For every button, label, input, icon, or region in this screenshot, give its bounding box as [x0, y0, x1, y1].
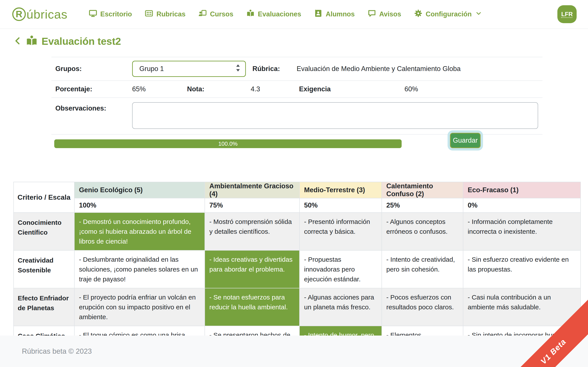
column-header: Eco-Fracaso (1) [463, 182, 580, 198]
nav-item-evaluaciones[interactable]: Evaluaciones [246, 9, 301, 19]
nav-label: Rubricas [156, 10, 185, 18]
copyright-text: Rúbricas beta © 2023 [22, 347, 92, 355]
rubric-cell[interactable]: - Información completamente incorrecta o… [463, 213, 580, 250]
address-book-icon [314, 9, 323, 19]
nav-label: Cursos [210, 10, 233, 18]
brand-logo[interactable]: Rúbricas [12, 7, 68, 21]
monitor-icon [89, 9, 97, 19]
porcentaje-label: Porcentaje: [52, 85, 132, 93]
column-header: Medio-Terrestre (3) [300, 182, 382, 198]
back-button[interactable] [14, 36, 22, 47]
gear-icon [414, 9, 423, 19]
nav-label: Configuración [426, 10, 472, 18]
page-title: Evaluación test2 [42, 35, 121, 47]
rubric-cell[interactable]: - Sin esfuerzo creativo evidente en las … [463, 250, 580, 288]
rubric-cell[interactable]: - Presentó información correcta y básica… [300, 213, 382, 250]
groups-select-value: Grupo 1 [139, 65, 164, 73]
column-percent: 25% [382, 198, 463, 213]
rubric-cell[interactable]: - El proyecto podría enfriar un volcán e… [74, 288, 205, 326]
rubric-cell[interactable]: - Propuestas innovadoras pero ejecución … [300, 250, 382, 288]
nav-item-rubricas[interactable]: Rubricas [145, 9, 185, 19]
logo-r-icon: R [12, 8, 26, 21]
person-book-icon [25, 34, 38, 48]
groups-select[interactable]: Grupo 1 [132, 61, 246, 77]
column-percent: 50% [300, 198, 382, 213]
rubric-cell[interactable]: - Intento de creatividad, pero sin cohes… [382, 250, 463, 288]
rubric-cell[interactable]: - Casi nula contribución a un ambiente m… [463, 288, 580, 326]
nav-item-avisos[interactable]: Avisos [367, 9, 401, 19]
rubric-cell[interactable]: - Pocos esfuerzos con resultados poco cl… [382, 288, 463, 326]
observaciones-label: Observaciones: [52, 102, 132, 112]
page-title-row: Evaluación test2 [0, 29, 588, 48]
nav-label: Evaluaciones [258, 10, 301, 18]
user-initials: LFR [561, 11, 573, 18]
nav-label: Avisos [379, 10, 401, 18]
card-list-icon [145, 9, 153, 19]
rubric-cell[interactable]: - Se notan esfuerzos para reducir la hue… [205, 288, 300, 326]
select-stepper-icon [236, 64, 240, 74]
rubric-cell[interactable]: - Deslumbrante originalidad en las soluc… [74, 250, 205, 288]
person-book-icon [246, 9, 255, 19]
rubrica-label: Rúbrica: [246, 65, 297, 73]
column-percent: 0% [463, 198, 580, 213]
rubric-cell[interactable]: - Ideas creativas y divertidas para abor… [205, 250, 300, 288]
progress-bar: 100.0% [54, 139, 402, 148]
rubric-cell[interactable]: - Algunas acciones para un planeta más f… [300, 288, 382, 326]
nota-value: 4.3 [251, 85, 299, 93]
save-button[interactable]: Guardar [450, 133, 481, 148]
teacher-screen-icon [198, 9, 207, 19]
progress-value: 100.0% [218, 141, 238, 147]
speech-bubble-icon [367, 9, 376, 19]
corner-header: Criterio / Escala [14, 182, 74, 213]
column-header: Calentamiento Confuso (2) [382, 182, 463, 198]
grupos-label: Grupos: [52, 65, 132, 73]
page-footer: Rúbricas beta © 2023 [0, 335, 588, 367]
nav-item-cursos[interactable]: Cursos [198, 9, 233, 19]
nav-label: Alumnos [326, 10, 355, 18]
column-header: Genio Ecológico (5) [74, 182, 205, 198]
rubric-cell[interactable]: - Demostró un conocimiento profundo, ¡co… [74, 213, 205, 250]
nav-label: Escritorio [100, 10, 132, 18]
column-percent: 75% [205, 198, 300, 213]
nota-label: Nota: [187, 85, 251, 93]
nav-item-configuracion[interactable]: Configuración [414, 9, 482, 19]
nav-menu: Escritorio Rubricas Cursos Evaluaciones … [89, 9, 482, 19]
rubrica-value: Evaluación de Medio Ambiente y Calentami… [297, 65, 543, 73]
user-avatar-button[interactable]: LFR [557, 5, 577, 23]
criterion-label: Conocimiento Científico [14, 213, 74, 250]
criterion-label: Creatividad Sostenible [14, 250, 74, 288]
column-header: Ambientalmente Gracioso (4) [205, 182, 300, 198]
criterion-label: Efecto Enfriador de Planetas [14, 288, 74, 326]
nav-item-alumnos[interactable]: Alumnos [314, 9, 355, 19]
chevron-down-icon [475, 10, 482, 18]
chevron-left-icon [14, 36, 22, 47]
evaluation-form: Grupos: Grupo 1 Rúbrica: Evaluación de M… [52, 57, 543, 134]
rubric-cell[interactable]: - Mostró comprensión sólida y detalles c… [205, 213, 300, 250]
table-row: Efecto Enfriador de Planetas - El proyec… [14, 288, 580, 326]
exigencia-value: 60% [405, 85, 543, 93]
table-row: Creatividad Sostenible - Deslumbrante or… [14, 250, 580, 288]
logo-text: úbricas [26, 7, 68, 21]
table-row: Conocimiento Científico - Demostró un co… [14, 213, 580, 250]
rubric-cell[interactable]: - Algunos conceptos erróneos o confusos. [382, 213, 463, 250]
nav-item-escritorio[interactable]: Escritorio [89, 9, 132, 19]
top-navbar: Rúbricas Escritorio Rubricas Cursos Eval… [0, 0, 588, 29]
column-percent: 100% [74, 198, 205, 213]
progress-save-row: 100.0% Guardar [52, 134, 543, 159]
observaciones-textarea[interactable] [132, 102, 538, 129]
porcentaje-value: 65% [132, 85, 187, 93]
exigencia-label: Exigencia [299, 85, 405, 93]
